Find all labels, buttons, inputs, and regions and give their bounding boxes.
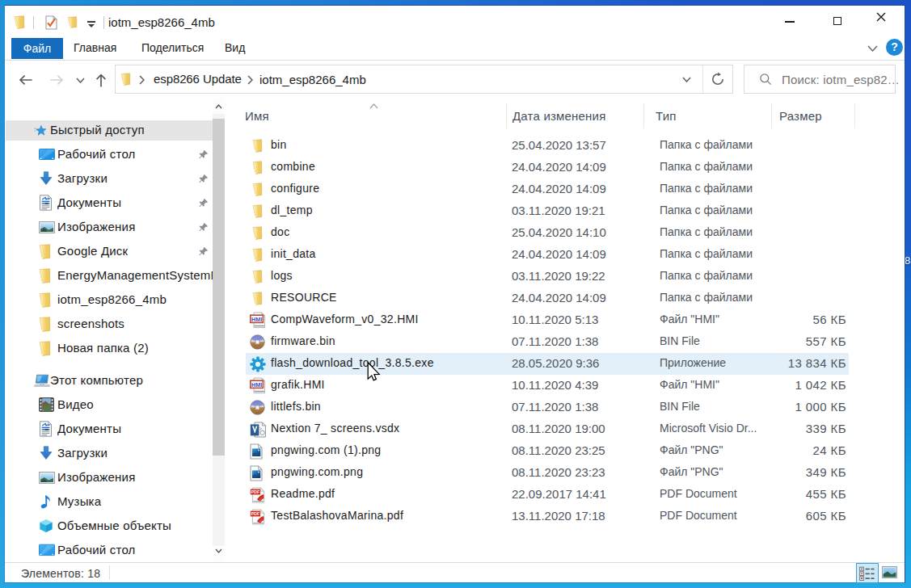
svg-text:PDF: PDF [251,510,260,515]
svg-text:HMI: HMI [251,381,262,388]
svg-text:PDF: PDF [251,489,260,494]
svg-text:HMI: HMI [251,316,262,323]
